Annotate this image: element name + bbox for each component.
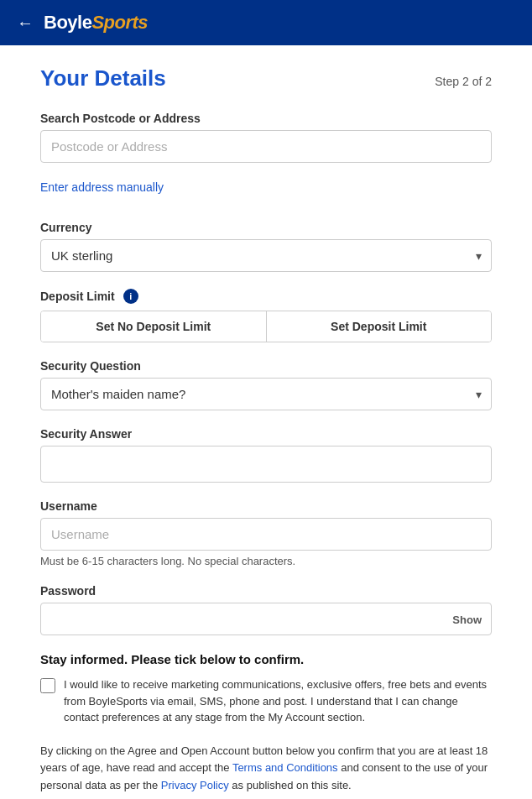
header: ← BoyleSports [0, 0, 532, 45]
security-question-select-wrapper: Mother's maiden name? First pet's name? … [40, 378, 492, 410]
security-question-group: Security Question Mother's maiden name? … [40, 359, 492, 410]
info-icon[interactable]: i [123, 289, 138, 304]
logo-boyle: Boyle [44, 12, 91, 34]
terms-conditions-link[interactable]: Terms and Conditions [232, 761, 338, 774]
deposit-limit-group: Deposit Limit i Set No Deposit Limit Set… [40, 289, 492, 342]
security-answer-group: Security Answer [40, 427, 492, 483]
set-no-deposit-limit-button[interactable]: Set No Deposit Limit [41, 311, 267, 342]
marketing-checkbox-row: I would like to receive marketing commun… [40, 676, 492, 726]
currency-label: Currency [40, 221, 492, 234]
logo-sports: Sports [91, 12, 148, 34]
deposit-limit-label-row: Deposit Limit i [40, 289, 492, 304]
username-label: Username [40, 499, 492, 513]
password-show-button[interactable]: Show [452, 613, 482, 625]
title-row: Your Details Step 2 of 2 [40, 65, 492, 91]
back-arrow: ← [17, 13, 34, 33]
security-question-label: Security Question [40, 359, 492, 373]
currency-group: Currency UK sterling Euro US Dollar ▾ [40, 221, 492, 272]
password-input[interactable] [40, 603, 492, 635]
password-group: Password Show [40, 584, 492, 635]
logo: BoyleSports [44, 12, 148, 34]
security-question-select[interactable]: Mother's maiden name? First pet's name? … [40, 378, 492, 410]
agree-text-3: as published on this site. [229, 779, 352, 791]
stay-informed-heading: Stay informed. Please tick below to conf… [40, 652, 492, 666]
address-group: Search Postcode or Address [40, 112, 492, 163]
content-area: Your Details Step 2 of 2 Search Postcode… [0, 45, 532, 799]
agree-text: By clicking on the Agree and Open Accoun… [40, 743, 492, 795]
step-label: Step 2 of 2 [435, 75, 492, 88]
username-group: Username Must be 6-15 characters long. N… [40, 499, 492, 567]
password-label: Password [40, 584, 492, 598]
currency-select[interactable]: UK sterling Euro US Dollar [40, 239, 492, 272]
marketing-checkbox-label: I would like to receive marketing commun… [64, 676, 492, 726]
set-deposit-limit-button[interactable]: Set Deposit Limit [267, 311, 492, 342]
username-input[interactable] [40, 518, 492, 551]
security-answer-label: Security Answer [40, 427, 492, 441]
deposit-limit-toggle: Set No Deposit Limit Set Deposit Limit [40, 311, 492, 342]
security-answer-input[interactable] [40, 446, 492, 483]
marketing-checkbox[interactable] [40, 678, 55, 693]
password-wrapper: Show [40, 603, 492, 635]
enter-address-manually-link[interactable]: Enter address manually [40, 180, 164, 194]
deposit-limit-label: Deposit Limit [40, 290, 115, 303]
address-input[interactable] [40, 130, 492, 163]
username-helper-text: Must be 6-15 characters long. No special… [40, 555, 492, 567]
address-label: Search Postcode or Address [40, 112, 492, 125]
page-title: Your Details [40, 65, 166, 91]
privacy-policy-link[interactable]: Privacy Policy [161, 779, 229, 791]
back-button[interactable]: ← [17, 13, 34, 33]
stay-informed-section: Stay informed. Please tick below to conf… [40, 652, 492, 726]
currency-select-wrapper: UK sterling Euro US Dollar ▾ [40, 239, 492, 272]
